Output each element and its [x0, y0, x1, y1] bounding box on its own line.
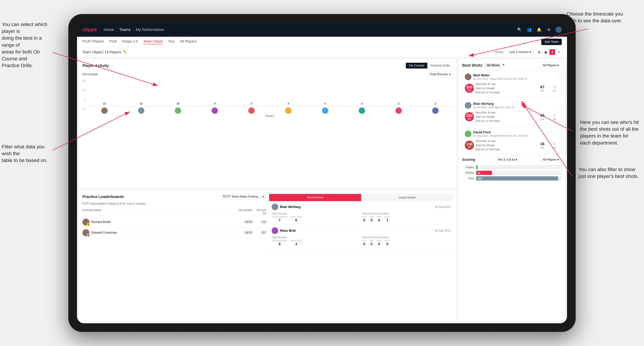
lb-avg-1: 107 — [252, 231, 266, 234]
shot-badge-0: 200 SG — [465, 84, 474, 93]
activity-putt-0: PUTT 1 — [384, 216, 390, 222]
shot-start-lie-1: Start Lie: Rough — [476, 115, 536, 119]
lb-row-1[interactable]: 2 Edward Crossman 18/20 107 — [82, 227, 266, 238]
activity-tournament-val-0: 7 — [272, 218, 288, 222]
shot-metric-divider-2 — [548, 142, 548, 149]
shot-dist-0: Shot Dist: 67 yds — [476, 82, 536, 86]
y-axis-label-15: 15 — [82, 79, 86, 82]
most-active-tab[interactable]: Most Active — [269, 194, 361, 201]
search-icon-btn[interactable]: 🔍 — [516, 26, 522, 33]
shot-metric-zero-unit-2: yds — [550, 146, 559, 149]
nav-teams[interactable]: Teams — [119, 27, 130, 32]
shot-badge-num-0: 200 — [466, 85, 473, 89]
activity-gtt-header-1: GTT — [362, 239, 366, 242]
shot-metric-zero-unit-0: yds — [550, 89, 559, 92]
player-avatar-9[interactable] — [432, 107, 438, 114]
player-avatar-2[interactable] — [175, 107, 181, 114]
nav-my-performance[interactable]: My Performance — [136, 27, 164, 32]
activity-gtt-val-1: 0 — [362, 242, 366, 246]
player-avatar-8[interactable] — [396, 107, 402, 114]
nav-items: Home Teams My Performance — [104, 27, 516, 32]
annotation-left-top: You can select which player isdoing the … — [2, 21, 52, 69]
activity-card-0-header: Blair McHarg 26 Aug 2023 — [272, 204, 450, 210]
shot-badge-label-2: SG — [468, 146, 471, 148]
chart-content: 13 12 — [87, 106, 453, 118]
plus-icon-btn[interactable]: ⊕ — [546, 26, 552, 33]
oncourse-toggle-btn[interactable]: On Course — [406, 63, 427, 68]
practice-filter-dropdown[interactable]: PUTT Must Make Putting ... ▾ — [220, 194, 266, 199]
shot-metric-zero-val-1: 0 — [550, 113, 559, 118]
shot-badge-num-2: 198 — [466, 142, 473, 146]
shot-card-0[interactable]: Matt Miller 09 Jun 2023 · Royal North De… — [462, 71, 562, 97]
practice-leaderboard-section: Practice Leaderboards PUTT Must Make Put… — [82, 194, 266, 318]
bar-label-2: 10 — [176, 102, 180, 105]
player-avatar-5[interactable] — [285, 107, 292, 114]
scoring-filter1-label: Par 3, 4 & 5s — [498, 158, 515, 162]
user-avatar-btn[interactable]: 👤 — [556, 26, 562, 33]
y-axis-label-10: 10 — [82, 89, 86, 92]
shot-metric-divider-1 — [548, 113, 548, 120]
scoring-filter1[interactable]: Par 3, 4 & 5s ▾ — [495, 157, 520, 162]
activity-rounds-cols-0: Tournament 7 Practice 6 — [272, 216, 360, 222]
activity-avatar-1 — [272, 227, 278, 234]
people-icon-btn[interactable]: 👥 — [526, 26, 532, 33]
all-shots-tab[interactable]: All Shots — [484, 63, 502, 68]
player-avatar-6[interactable] — [322, 107, 328, 114]
nav-home[interactable]: Home — [104, 27, 114, 32]
scoring-row-pars: Pars 499 — [462, 176, 562, 180]
lb-score-1: 18/20 — [238, 231, 252, 234]
chart-filter-dropdown[interactable]: Total Rounds ▾ — [427, 71, 453, 77]
shot-card-2[interactable]: David Ford 24 Aug 2023 · Royal North Dev… — [462, 128, 562, 154]
activity-practice-val-1: 4 — [290, 242, 302, 246]
shot-metric-zero-val-0: 0 — [550, 85, 559, 89]
team-header: Team Clippd | 14 Players ✏️ Show: Last 3… — [77, 47, 567, 57]
shot-card-2-header: David Ford 24 Aug 2023 · Royal North Dev… — [465, 130, 559, 137]
subnav-pga[interactable]: PGA — [110, 39, 117, 44]
card-view-btn[interactable]: ▦ — [543, 49, 548, 55]
practice-toggle-btn[interactable]: Practice Drills — [427, 63, 453, 68]
scoring-filter2[interactable]: All Players ▾ — [540, 157, 562, 162]
player-avatar-4[interactable] — [248, 107, 254, 114]
least-active-tab[interactable]: Least Active — [361, 194, 453, 201]
grid-line-top — [87, 106, 453, 106]
shot-card-1[interactable]: Blair McHarg 23 Jul 2023 · Ashridge GC, … — [462, 99, 562, 126]
shot-details-1: 200 SG Shot Dist: 43 yds Start Lie: Roug… — [465, 110, 559, 123]
best-shots-title: Best Shots — [462, 63, 482, 68]
scoring-track-birdies: 96 — [476, 171, 562, 175]
bar-label-7: 3 — [361, 102, 362, 105]
list-view-btn[interactable]: ≡ — [556, 49, 562, 55]
player-avatar-1[interactable] — [138, 107, 144, 114]
shot-metric-val-0: 67 — [538, 85, 547, 89]
subnav-pgat[interactable]: PGAT Players — [82, 39, 104, 44]
shot-dist-1: Shot Dist: 43 yds — [476, 110, 536, 115]
team-title-text: Team Clippd | 14 Players — [82, 50, 121, 54]
activity-arg-0: ARG 0 — [377, 216, 382, 222]
bell-icon-btn[interactable]: 🔔 — [536, 26, 542, 33]
subnav-hcaps[interactable]: Hcaps 1-5 — [122, 39, 138, 44]
edit-icon[interactable]: ✏️ — [123, 50, 127, 54]
player-avatar-7[interactable] — [359, 107, 365, 114]
practice-filter-label: PUTT Must Make Putting ... — [223, 195, 262, 198]
heart-view-btn[interactable]: ♥ — [550, 49, 555, 55]
subnav-tour[interactable]: Tour — [168, 39, 175, 44]
add-team-button[interactable]: Add Team — [541, 39, 562, 45]
shot-end-lie-2: End Lie: In The Hole — [476, 147, 536, 152]
lb-row-0[interactable]: 1 Richard Butler 19/20 110 — [82, 217, 266, 227]
activity-tournament-header-0: Tournament — [272, 216, 288, 218]
player-avatar-0[interactable] — [101, 107, 108, 114]
player-avatar-3[interactable] — [212, 107, 218, 114]
nav-logo: clippd — [82, 27, 96, 32]
activity-player-name-1: Rees Britt — [280, 229, 433, 233]
subnav-team-clippd[interactable]: Team Clippd — [143, 39, 162, 44]
shot-metric-zero-2: 0 yds — [550, 142, 559, 149]
team-controls: Show: Last 3 months ▾ ⊞ ▦ ♥ ≡ — [495, 49, 562, 55]
shot-player-name-1: Blair McHarg — [473, 102, 556, 106]
grid-view-btn[interactable]: ⊞ — [536, 49, 542, 55]
player-activity-panel: Player Activity On Course Practice Drill… — [79, 59, 457, 188]
subnav-all-players[interactable]: All Players — [180, 39, 196, 44]
show-select[interactable]: Last 3 months ▾ — [506, 49, 534, 55]
all-players-dropdown[interactable]: All Players ▾ — [540, 63, 562, 68]
sub-nav: PGAT Players PGA Hcaps 1-5 Team Clippd T… — [77, 37, 567, 47]
chart-filter-label: Total Rounds — [430, 72, 448, 76]
shot-player-details-1: 23 Jul 2023 · Ashridge GC, Hole 15 — [473, 106, 556, 109]
